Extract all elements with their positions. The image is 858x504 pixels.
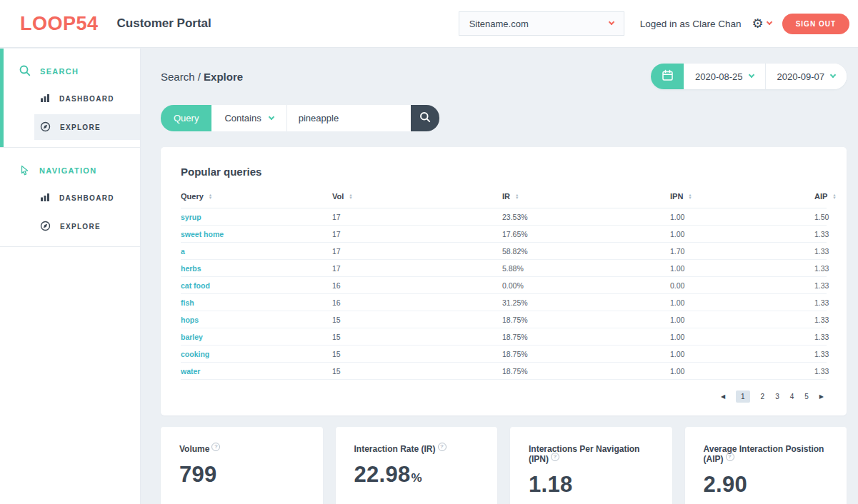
sidebar-item-label: DASHBOARD xyxy=(59,95,114,103)
ipn-cell: 1.00 xyxy=(670,213,814,221)
sign-out-button[interactable]: SIGN OUT xyxy=(782,14,849,34)
search-button[interactable] xyxy=(411,105,439,131)
page-button-5[interactable]: 5 xyxy=(804,393,809,400)
stat-card-average-interaction-position: Average Interaction Posistion (AIP)? 2.9… xyxy=(685,427,847,504)
stat-label: Average Interaction Posistion (AIP)? xyxy=(704,444,829,465)
site-selector[interactable]: Sitename.com xyxy=(459,11,624,36)
query-field-label: Query xyxy=(161,105,211,131)
query-link[interactable]: cat food xyxy=(181,281,332,290)
vol-cell: 15 xyxy=(332,333,502,341)
aip-cell: 1.33 xyxy=(814,247,829,256)
ipn-cell: 1.00 xyxy=(670,316,814,324)
help-icon[interactable]: ? xyxy=(211,443,220,451)
query-filter-bar: Query Contains xyxy=(161,105,847,131)
ipn-cell: 1.00 xyxy=(670,298,814,307)
table-row: cooking1518.75%1.001.33 xyxy=(181,346,827,363)
table-row: sweet home1717.65%1.001.33 xyxy=(181,226,827,243)
column-header-query[interactable]: Query ▲▼ xyxy=(181,192,332,201)
active-section-accent xyxy=(0,49,4,147)
stat-label: Interactions Per Navigation (IPN)? xyxy=(529,444,654,465)
column-header-ipn[interactable]: IPN ▲▼ xyxy=(670,192,814,201)
next-page-button[interactable]: ▶ xyxy=(819,393,824,400)
sidebar-item-search-explore[interactable]: EXPLORE xyxy=(34,114,140,140)
breadcrumb: Search / Explore xyxy=(161,71,243,83)
query-link[interactable]: cooking xyxy=(181,350,332,358)
ir-cell: 23.53% xyxy=(502,213,670,221)
page-buttons: 12345 xyxy=(736,390,809,403)
page-button-3[interactable]: 3 xyxy=(775,393,779,400)
query-link[interactable]: herbs xyxy=(181,264,332,273)
column-header-aip[interactable]: AIP ▲▼ xyxy=(814,192,837,201)
column-header-vol[interactable]: Vol ▲▼ xyxy=(332,192,502,201)
end-date-value: 2020-09-07 xyxy=(777,71,825,82)
sidebar-item-label: EXPLORE xyxy=(60,223,101,231)
vol-cell: 17 xyxy=(332,264,502,273)
query-link[interactable]: sweet home xyxy=(181,230,332,238)
chevron-down-icon xyxy=(748,72,754,78)
ipn-cell: 0.00 xyxy=(670,281,814,290)
query-link[interactable]: a xyxy=(181,247,332,256)
aip-cell: 1.33 xyxy=(814,264,829,273)
stat-label: Volume? xyxy=(179,444,304,455)
vol-cell: 17 xyxy=(332,230,502,238)
sidebar-item-label: DASHBOARD xyxy=(59,194,114,202)
sidebar-item-search-dashboard[interactable]: DASHBOARD xyxy=(34,86,140,111)
table-title: Popular queries xyxy=(181,166,827,178)
ir-cell: 18.75% xyxy=(502,350,670,358)
query-link[interactable]: hops xyxy=(181,316,332,324)
page-button-1[interactable]: 1 xyxy=(736,390,750,403)
sort-icon: ▲▼ xyxy=(688,193,692,200)
search-icon xyxy=(19,65,31,78)
stat-value: 22.98% xyxy=(354,462,479,488)
chevron-down-icon xyxy=(268,114,274,119)
table-row: fish1631.25%1.001.33 xyxy=(181,294,827,311)
sidebar-item-label: EXPLORE xyxy=(60,124,101,131)
query-link[interactable]: water xyxy=(181,367,332,376)
sidebar-divider xyxy=(0,246,140,247)
sidebar-section-search-header[interactable]: SEARCH xyxy=(0,60,140,83)
start-date-select[interactable]: 2020-08-25 xyxy=(684,64,765,89)
page-button-4[interactable]: 4 xyxy=(790,393,794,400)
settings-menu[interactable]: ⚙ xyxy=(752,17,772,30)
calendar-icon-button[interactable] xyxy=(651,64,684,89)
query-link[interactable]: syrup xyxy=(181,213,332,221)
ipn-cell: 1.00 xyxy=(670,230,814,238)
column-header-ir[interactable]: IR ▲▼ xyxy=(502,192,670,201)
chevron-down-icon xyxy=(766,19,772,25)
table-header: Query ▲▼ Vol ▲▼ IR ▲▼ IPN ▲▼ AIP ▲▼ xyxy=(181,192,827,208)
sidebar-item-navigation-dashboard[interactable]: DASHBOARD xyxy=(34,185,140,211)
ir-cell: 58.82% xyxy=(502,247,670,256)
main-content: Search / Explore 2020-08-25 2020-09-07 Q… xyxy=(141,48,858,504)
prev-page-button[interactable]: ◀ xyxy=(721,393,725,400)
ir-cell: 18.75% xyxy=(502,367,670,376)
chevron-down-icon xyxy=(830,72,836,78)
site-selector-value: Sitename.com xyxy=(469,19,529,29)
vol-cell: 16 xyxy=(332,281,502,290)
sidebar-item-navigation-explore[interactable]: EXPLORE xyxy=(34,213,140,239)
breadcrumb-section: Search / xyxy=(161,71,201,83)
ir-cell: 18.75% xyxy=(502,333,670,341)
compass-icon xyxy=(40,121,51,133)
date-range-picker: 2020-08-25 2020-09-07 xyxy=(651,64,847,89)
stat-value: 2.90 xyxy=(704,472,829,498)
help-icon[interactable]: ? xyxy=(726,453,734,461)
aip-cell: 1.33 xyxy=(814,281,829,290)
table-body: syrup1723.53%1.001.50sweet home1717.65%1… xyxy=(181,208,827,380)
sidebar-section-navigation: NAVIGATION DASHBOARD EXPLORE xyxy=(0,148,140,246)
page-button-2[interactable]: 2 xyxy=(761,393,765,400)
help-icon[interactable]: ? xyxy=(551,453,559,461)
sidebar-section-search: SEARCH DASHBOARD EXPLORE xyxy=(0,49,140,147)
operator-select[interactable]: Contains xyxy=(211,105,286,131)
help-icon[interactable]: ? xyxy=(438,443,447,451)
aip-cell: 1.33 xyxy=(814,298,829,307)
table-row: barley1518.75%1.001.33 xyxy=(181,328,827,346)
search-icon xyxy=(419,111,431,125)
query-link[interactable]: fish xyxy=(181,298,332,307)
query-input[interactable] xyxy=(287,105,411,131)
aip-cell: 1.33 xyxy=(814,367,829,376)
end-date-select[interactable]: 2020-09-07 xyxy=(765,64,847,89)
sidebar-section-navigation-header[interactable]: NAVIGATION xyxy=(0,159,140,182)
breadcrumb-page: Explore xyxy=(204,71,243,83)
query-link[interactable]: barley xyxy=(181,333,332,341)
ipn-cell: 1.70 xyxy=(670,247,814,256)
